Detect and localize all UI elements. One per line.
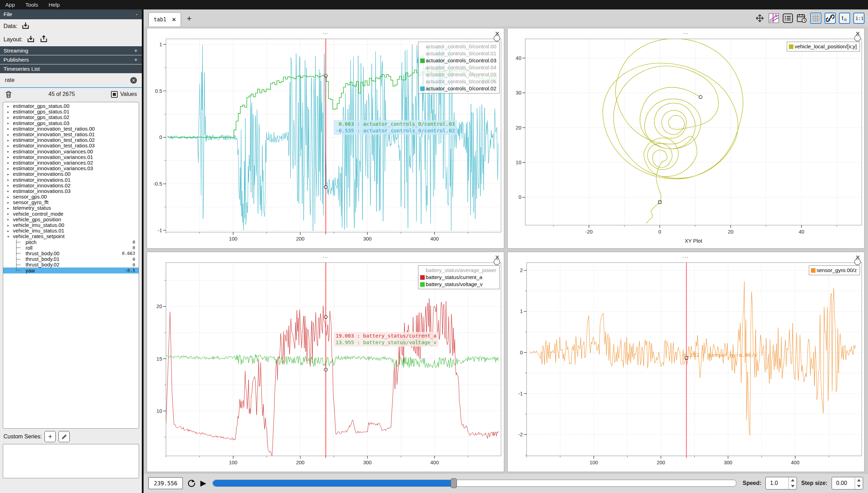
plot-legend[interactable]: actuator_controls_0/control.00actuator_c… <box>418 42 500 93</box>
expand-icon[interactable]: ▸ <box>7 121 13 125</box>
legend-entry[interactable]: actuator_controls_0/control.00 <box>420 43 497 50</box>
tree-item[interactable]: ▸estimator_gps_status.01 <box>3 109 139 114</box>
plot-canvas[interactable]: 100200300400210-1-2 <box>508 252 864 472</box>
legend-entry[interactable]: actuator_controls_0/control.04 <box>420 64 497 71</box>
tab-tab1[interactable]: tab1 × <box>148 12 181 26</box>
legend-entry[interactable]: actuator_controls_0/control.06 <box>420 78 497 85</box>
time-slider-handle[interactable] <box>451 478 457 488</box>
plot-legend[interactable]: sensor_gyro.00/z <box>809 265 860 275</box>
expand-icon[interactable]: ▸ <box>7 223 13 227</box>
plot-canvas[interactable]: -2002040010203040XY Plot <box>508 28 864 248</box>
step-spin-buttons[interactable] <box>855 477 863 489</box>
tree-item[interactable]: ▸estimator_innovation_variances.01 <box>3 154 139 160</box>
legend-entry[interactable]: actuator_controls_0/control.01 <box>420 50 497 57</box>
datetime-icon[interactable] <box>796 13 807 24</box>
timeseries-tree[interactable]: ▸estimator_gps_status.00▸estimator_gps_s… <box>3 102 139 429</box>
tree-item[interactable]: ▸estimator_gps_status.02 <box>3 114 139 120</box>
tree-item[interactable]: ▸estimator_gps_status.00 <box>3 103 139 109</box>
tree-item[interactable]: ├─thrust_body.010 <box>3 256 139 262</box>
plot-actuator-controls[interactable]: ...×10020030040010.50-0.5-1actuator_cont… <box>147 28 504 249</box>
tree-item[interactable]: ▸estimator_innovation_variances.03 <box>3 166 139 171</box>
tree-item[interactable]: ├─thrust_body.000.663 <box>3 251 139 256</box>
expand-icon[interactable]: ▸ <box>7 195 13 199</box>
tree-item[interactable]: ├─roll0 <box>3 245 139 251</box>
collapse-icon[interactable]: ▾ <box>7 235 13 238</box>
custom-series-edit-button[interactable] <box>58 431 70 442</box>
menu-tools[interactable]: Tools <box>20 0 43 9</box>
tab-close-icon[interactable]: × <box>172 16 176 23</box>
expand-icon[interactable]: ▸ <box>7 155 13 159</box>
tree-item[interactable]: ▸estimator_innovation_test_ratios.02 <box>3 137 139 143</box>
step-size-spinbox[interactable]: 0.00 <box>832 477 863 489</box>
tree-item[interactable]: ▸vehicle_gps_position <box>3 217 139 222</box>
trash-icon[interactable] <box>5 90 12 98</box>
legend-entry[interactable]: actuator_controls_0/control.03 <box>420 57 497 64</box>
custom-series-list[interactable] <box>3 444 139 478</box>
expand-icon[interactable]: ▸ <box>7 133 13 137</box>
file-collapse-toggle[interactable]: - <box>136 11 138 18</box>
data-import-icon[interactable] <box>21 21 30 31</box>
values-checkbox-box[interactable] <box>111 91 118 98</box>
section-streaming[interactable]: Streaming + <box>0 46 142 55</box>
expand-icon[interactable]: ▸ <box>7 127 13 131</box>
tree-item[interactable]: ▸sensor_gyro_fft <box>3 200 139 205</box>
expand-icon[interactable]: ▸ <box>7 229 13 233</box>
expand-icon[interactable]: ▸ <box>7 201 13 204</box>
grid-layout-icon[interactable] <box>810 13 821 24</box>
expand-icon[interactable]: ▸ <box>7 144 13 148</box>
expand-icon[interactable]: ▸ <box>7 189 13 193</box>
expand-icon[interactable]: ▸ <box>7 206 13 210</box>
expand-icon[interactable]: ▸ <box>7 104 13 108</box>
legend-entry[interactable]: actuator_controls_0/control.02 <box>420 85 497 92</box>
streaming-expand-toggle[interactable]: + <box>134 47 138 54</box>
tree-item[interactable]: ▸estimator_innovations.01 <box>3 177 139 182</box>
plot-xy-position[interactable]: ...×-2002040010203040XY Plotvehicle_loca… <box>507 28 865 249</box>
menu-app[interactable]: App <box>0 0 20 9</box>
tree-item[interactable]: ▸telemetry_status <box>3 205 139 211</box>
expand-icon[interactable]: ▸ <box>7 167 13 171</box>
tree-item[interactable]: ▸estimator_innovation_test_ratios.03 <box>3 143 139 148</box>
loop-icon[interactable] <box>187 479 196 488</box>
time-slider[interactable] <box>213 480 736 487</box>
tree-item[interactable]: └─yaw-0.5 <box>3 268 139 273</box>
plot-legend[interactable]: battery_status/average_powerbattery_stat… <box>418 265 500 289</box>
expand-icon[interactable]: ▸ <box>7 217 13 221</box>
tree-item[interactable]: ├─pitch0 <box>3 239 139 245</box>
expand-icon[interactable]: ▸ <box>7 161 13 165</box>
legend-entry[interactable]: sensor_gyro.00/z <box>811 267 857 274</box>
legend-entry[interactable]: battery_status/average_power <box>420 267 497 274</box>
tree-item[interactable]: ▸vehicle_imu_status.00 <box>3 222 139 228</box>
tree-item[interactable]: ▸vehicle_control_mode <box>3 211 139 217</box>
tree-item[interactable]: ▸estimator_innovation_variances.02 <box>3 160 139 166</box>
expand-icon[interactable]: ▸ <box>7 150 13 153</box>
expand-icon[interactable]: ▸ <box>7 212 13 216</box>
custom-series-add-button[interactable]: + <box>44 431 56 442</box>
plot-battery-status[interactable]: ...×100200300400101520battery_status/ave… <box>147 252 504 472</box>
expand-icon[interactable]: ▸ <box>7 110 13 114</box>
section-publishers[interactable]: Publishers + <box>0 55 142 64</box>
time-offset-icon[interactable]: to <box>839 13 850 24</box>
expand-icon[interactable]: ▸ <box>7 172 13 176</box>
tree-item[interactable]: ▸estimator_innovations.03 <box>3 188 139 194</box>
current-time-field[interactable]: 239.556 <box>148 477 183 489</box>
tree-item[interactable]: ▸estimator_innovations.02 <box>3 183 139 188</box>
expand-icon[interactable]: ▸ <box>7 138 13 142</box>
expand-icon[interactable]: ▸ <box>7 116 13 119</box>
new-tab-button[interactable]: + <box>187 14 192 23</box>
search-clear-icon[interactable]: ✕ <box>130 77 137 84</box>
speed-value[interactable]: 1.0 <box>766 480 789 486</box>
expand-icon[interactable]: ▸ <box>7 178 13 182</box>
tree-item[interactable]: ├─thrust_body.020 <box>3 262 139 268</box>
tree-item[interactable]: ▾vehicle_rates_setpoint <box>3 234 139 239</box>
play-button[interactable]: ▶ <box>200 479 206 488</box>
search-input[interactable]: rate <box>5 77 130 83</box>
timeseries-search[interactable]: rate ✕ <box>0 73 142 88</box>
plot-legend[interactable]: vehicle_local_position/[x;y] <box>787 42 860 51</box>
tree-item[interactable]: ▸sensor_gps.00 <box>3 194 139 200</box>
publishers-expand-toggle[interactable]: + <box>134 56 138 63</box>
legend-entry[interactable]: actuator_controls_0/control.05 <box>420 71 497 78</box>
layout-import-icon[interactable] <box>26 35 35 44</box>
tree-item[interactable]: ▸estimator_innovations.00 <box>3 171 139 177</box>
tree-item[interactable]: ▸estimator_innovation_variances.00 <box>3 149 139 154</box>
values-checkbox[interactable]: Values <box>111 91 137 98</box>
